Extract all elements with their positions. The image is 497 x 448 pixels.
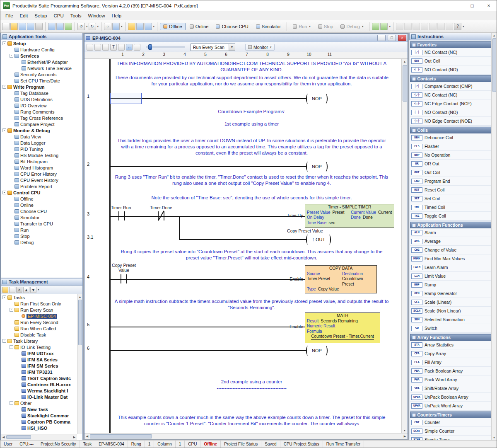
stop-button[interactable]: Stop	[315, 23, 337, 30]
instruction-item[interactable]: UPBA UnPack Boolean Array	[410, 393, 491, 402]
tree-item[interactable]: Offline	[1, 196, 82, 202]
tree-expander-icon[interactable]	[10, 240, 13, 244]
tree-expander-icon[interactable]	[10, 327, 13, 330]
tree-item[interactable]: New Task	[1, 406, 77, 412]
copy-task-icon[interactable]	[9, 287, 15, 293]
new-task-icon[interactable]	[2, 287, 8, 293]
task-down-icon[interactable]: ▼	[30, 287, 36, 293]
contact-tag-label[interactable]: Copy Preset Value	[107, 263, 140, 273]
tree-expander-icon[interactable]	[17, 395, 20, 399]
tree-expander-icon[interactable]	[10, 141, 13, 145]
editor-minimize-button[interactable]: –	[377, 35, 386, 41]
instruction-item[interactable]: TMC Timed Coil	[410, 203, 491, 212]
tree-expander-icon[interactable]	[17, 389, 20, 392]
instruction-item[interactable]: ┤/├ NC Contact (NC)	[410, 48, 491, 57]
task-up-icon[interactable]: ▲	[23, 287, 29, 293]
print-icon[interactable]	[35, 23, 43, 30]
tree-expander-icon[interactable]	[17, 66, 20, 70]
tree-item[interactable]: Set CPU Time/Date	[1, 77, 82, 84]
oneshot-out-coil[interactable]: ↑ OUT	[306, 235, 331, 245]
tree-item[interactable]: - Task Library	[1, 338, 77, 344]
scroll-up-icon[interactable]: ▲	[402, 59, 408, 64]
scroll-right-icon[interactable]: ▶	[402, 433, 408, 439]
tree-item[interactable]: Security Accounts	[1, 71, 82, 77]
monitor-caret-icon[interactable]: ▾	[153, 25, 155, 28]
io-overview-icon[interactable]	[413, 23, 420, 30]
scroll-up-icon[interactable]: ▲	[77, 294, 83, 300]
tree-expander-icon[interactable]	[10, 172, 13, 176]
rung-comment[interactable]: Note the selection of "Time Base: sec", …	[113, 195, 390, 201]
run-button[interactable]: Run ▾	[290, 23, 314, 30]
instruction-group-application-functions[interactable]: ▦ Application Functions	[410, 222, 491, 228]
instruction-item[interactable]: SET Set Coil	[410, 194, 491, 203]
cross-reference-icon[interactable]	[112, 23, 120, 30]
editor-restore-button[interactable]: □	[388, 35, 396, 41]
tree-item[interactable]: Problem Report	[1, 183, 82, 189]
tree-item[interactable]: Choose CPU	[1, 208, 82, 214]
delete-task-icon[interactable]: ×	[16, 287, 22, 293]
tree-expander-icon[interactable]: -	[2, 41, 6, 45]
rung-comment[interactable]: A simple math instruction subtracts the …	[113, 298, 390, 311]
tree-expander-icon[interactable]	[17, 60, 20, 64]
nop-coil-rung6[interactable]: NOP	[306, 346, 328, 356]
tree-expander-icon[interactable]	[10, 228, 13, 232]
tree-item[interactable]: CPU Event History	[1, 177, 82, 183]
tree-expander-icon[interactable]	[10, 209, 13, 213]
tree-expander-icon[interactable]: -	[2, 128, 6, 132]
rung-comment[interactable]: This example counts down a counter much …	[113, 414, 390, 427]
tree-item[interactable]: - Services	[1, 53, 82, 59]
find-icon[interactable]: ○	[104, 23, 111, 30]
tree-expander-icon[interactable]	[10, 333, 13, 337]
save-all-icon[interactable]	[27, 23, 34, 30]
tree-expander-icon[interactable]	[10, 166, 13, 170]
save-project-icon[interactable]	[19, 23, 26, 30]
offline-button[interactable]: Offline	[160, 23, 186, 30]
tree-item[interactable]: IO-Link Master Dat	[1, 394, 77, 400]
menu-item[interactable]: CPU	[50, 12, 67, 19]
tree-expander-icon[interactable]	[10, 116, 13, 120]
tree-item[interactable]: - Run Every Scan	[1, 307, 77, 313]
instruction-item[interactable]: RMP Ramp	[410, 281, 491, 289]
tree-expander-icon[interactable]: -	[2, 191, 6, 194]
tree-item[interactable]: HSI_HSO	[1, 425, 77, 431]
scroll-thumb[interactable]	[78, 300, 82, 345]
instruction-item[interactable]: ┤ ├ NO Contact (NO)	[410, 65, 491, 74]
tree-item[interactable]: Debug	[1, 239, 82, 245]
choose-cpu-button[interactable]: Choose CPU	[212, 23, 251, 30]
instruction-item[interactable]: PBA Pack Boolean Array	[410, 367, 491, 375]
instruction-item[interactable]: LIM Limit Value	[410, 272, 491, 281]
tree-item[interactable]: Captron PB Comma	[1, 419, 77, 425]
scroll-thumb[interactable]	[403, 65, 407, 102]
scroll-down-icon[interactable]: ▼	[492, 435, 497, 440]
tree-item[interactable]: Tag Database	[1, 90, 82, 96]
simulator-button[interactable]: Simulator	[253, 23, 284, 30]
field-value[interactable]: Preset	[333, 210, 345, 216]
more-tools-caret-icon[interactable]: ▾	[463, 25, 464, 28]
formula-expression[interactable]: Countdown Preset - Timer.Current	[311, 334, 374, 340]
tree-item[interactable]: - Monitor & Debug	[1, 127, 82, 133]
instructions-vscrollbar[interactable]: ▲ ▼	[491, 33, 497, 440]
maximize-button[interactable]: □	[465, 1, 479, 11]
instructions-header[interactable]: Instructions	[409, 33, 497, 40]
tree-item[interactable]: Hardware Config	[1, 46, 82, 53]
pid-tuning-icon[interactable]	[429, 23, 437, 30]
tree-item[interactable]: IFM UGTxxx	[1, 350, 77, 356]
tag-database-icon[interactable]	[396, 23, 403, 30]
tree-item[interactable]: Stop	[1, 233, 82, 239]
simple-timer-box[interactable]: Timer - SIMPLE TIMER Preset ValuePreset …	[305, 204, 394, 228]
editor-hscroll[interactable]: ◀ ▶	[84, 433, 408, 439]
tree-expander-icon[interactable]	[10, 160, 13, 163]
instruction-item[interactable]: SCL Scale (Linear)	[410, 298, 491, 307]
rung-comment[interactable]: These documents are provided by our tech…	[113, 75, 390, 87]
instruction-item[interactable]: AVG Average	[410, 237, 491, 246]
tree-item[interactable]: Compare Project	[1, 121, 82, 127]
tree-item[interactable]: - Setup	[1, 40, 82, 46]
task-management-icon[interactable]	[404, 23, 412, 30]
tree-expander-icon[interactable]: -	[2, 339, 6, 343]
tree-item[interactable]: Disable Task	[1, 332, 77, 338]
instruction-item[interactable]: ┤ ├ NO Contact (NO)	[410, 108, 491, 117]
data-logger-icon[interactable]	[437, 23, 445, 30]
field-value[interactable]: Done	[363, 215, 373, 220]
tree-item[interactable]: Online	[1, 202, 82, 208]
tree-expander-icon[interactable]	[17, 364, 20, 368]
